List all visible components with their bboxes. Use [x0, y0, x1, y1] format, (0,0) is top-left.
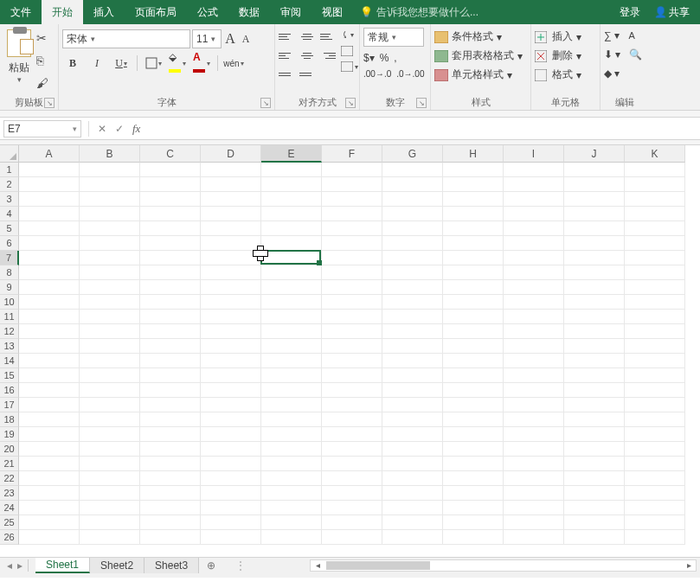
cell[interactable] — [504, 412, 564, 427]
tab-home[interactable]: 开始 — [42, 0, 83, 24]
cell[interactable] — [382, 265, 443, 280]
cell[interactable] — [322, 368, 382, 383]
cell[interactable] — [201, 324, 261, 339]
cell[interactable] — [564, 354, 625, 368]
font-color-button[interactable]: A▾ — [193, 54, 210, 73]
cell[interactable] — [80, 163, 140, 177]
cell[interactable] — [564, 486, 625, 501]
col-header-G[interactable]: G — [382, 145, 443, 163]
cell[interactable] — [564, 471, 625, 486]
cell[interactable] — [625, 515, 685, 530]
cell[interactable] — [443, 177, 504, 192]
cell[interactable] — [504, 324, 564, 339]
col-header-C[interactable]: C — [140, 145, 201, 163]
row-header-25[interactable]: 25 — [0, 515, 19, 530]
cell[interactable] — [201, 177, 261, 192]
row-header-18[interactable]: 18 — [0, 412, 19, 427]
cell[interactable] — [19, 383, 80, 398]
sheet-nav-last[interactable]: ▸ — [17, 559, 22, 572]
row-header-7[interactable]: 7 — [0, 251, 19, 265]
cell[interactable] — [19, 177, 80, 192]
col-header-K[interactable]: K — [625, 145, 685, 163]
cell[interactable] — [19, 412, 80, 427]
row-header-1[interactable]: 1 — [0, 163, 19, 177]
cell[interactable] — [261, 457, 322, 471]
cell[interactable] — [625, 295, 685, 310]
tab-view[interactable]: 视图 — [311, 0, 353, 24]
cell[interactable] — [80, 310, 140, 324]
accept-formula-button[interactable]: ✓ — [115, 123, 124, 135]
font-launcher[interactable]: ↘ — [260, 98, 271, 108]
row-header-19[interactable]: 19 — [0, 427, 19, 442]
row-header-24[interactable]: 24 — [0, 501, 19, 515]
cell[interactable] — [443, 368, 504, 383]
col-header-H[interactable]: H — [443, 145, 504, 163]
align-left-button[interactable] — [279, 48, 294, 62]
cell[interactable] — [625, 412, 685, 427]
col-header-E[interactable]: E — [261, 145, 322, 163]
cell[interactable] — [19, 207, 80, 221]
cell[interactable] — [322, 163, 382, 177]
cell-styles-button[interactable]: 单元格样式 ▾ — [434, 67, 523, 82]
cell[interactable] — [443, 412, 504, 427]
row-header-3[interactable]: 3 — [0, 192, 19, 207]
cell[interactable] — [80, 295, 140, 310]
cell[interactable] — [80, 339, 140, 354]
cell[interactable] — [19, 515, 80, 530]
col-header-D[interactable]: D — [201, 145, 261, 163]
cell[interactable] — [140, 354, 201, 368]
cell[interactable] — [80, 486, 140, 501]
cell[interactable] — [382, 442, 443, 457]
cell[interactable] — [504, 398, 564, 412]
cell[interactable] — [201, 515, 261, 530]
row-header-12[interactable]: 12 — [0, 324, 19, 339]
fill-color-button[interactable]: ⬙▾ — [169, 54, 186, 73]
cell[interactable] — [504, 442, 564, 457]
row-header-20[interactable]: 20 — [0, 442, 19, 457]
cell[interactable] — [322, 265, 382, 280]
cell[interactable] — [261, 530, 322, 545]
tell-me-search[interactable]: 💡 告诉我您想要做什么... — [353, 0, 485, 24]
cell[interactable] — [625, 457, 685, 471]
cell[interactable] — [322, 442, 382, 457]
cell[interactable] — [382, 486, 443, 501]
cell[interactable] — [80, 207, 140, 221]
cell[interactable] — [261, 163, 322, 177]
increase-indent-button[interactable] — [299, 67, 315, 81]
row-header-4[interactable]: 4 — [0, 207, 19, 221]
cell[interactable] — [201, 354, 261, 368]
align-middle-button[interactable] — [299, 29, 315, 43]
cell[interactable] — [382, 207, 443, 221]
copy-icon[interactable]: ⎘ — [36, 54, 48, 67]
cell[interactable] — [625, 471, 685, 486]
cell[interactable] — [625, 251, 685, 265]
cell[interactable] — [382, 412, 443, 427]
cell[interactable] — [564, 280, 625, 295]
cell[interactable] — [504, 427, 564, 442]
cell[interactable] — [19, 501, 80, 515]
merge-button[interactable]: ▾ — [341, 61, 358, 72]
cell[interactable] — [19, 280, 80, 295]
cell[interactable] — [19, 442, 80, 457]
font-name-combo[interactable]: 宋体▾ — [62, 29, 190, 48]
font-size-combo[interactable]: 11▾ — [192, 29, 222, 48]
cell[interactable] — [443, 383, 504, 398]
formula-input[interactable] — [147, 120, 700, 137]
cell[interactable] — [261, 192, 322, 207]
cell[interactable] — [625, 368, 685, 383]
cell[interactable] — [19, 295, 80, 310]
cell[interactable] — [504, 486, 564, 501]
cell[interactable] — [80, 442, 140, 457]
align-bottom-button[interactable] — [320, 29, 336, 43]
cell[interactable] — [80, 177, 140, 192]
cell[interactable] — [261, 368, 322, 383]
cell[interactable] — [564, 457, 625, 471]
cell[interactable] — [19, 236, 80, 251]
cell[interactable] — [322, 251, 382, 265]
cell[interactable] — [382, 177, 443, 192]
cell[interactable] — [201, 280, 261, 295]
cell[interactable] — [564, 383, 625, 398]
cell[interactable] — [382, 310, 443, 324]
cell[interactable] — [261, 442, 322, 457]
col-header-J[interactable]: J — [564, 145, 625, 163]
